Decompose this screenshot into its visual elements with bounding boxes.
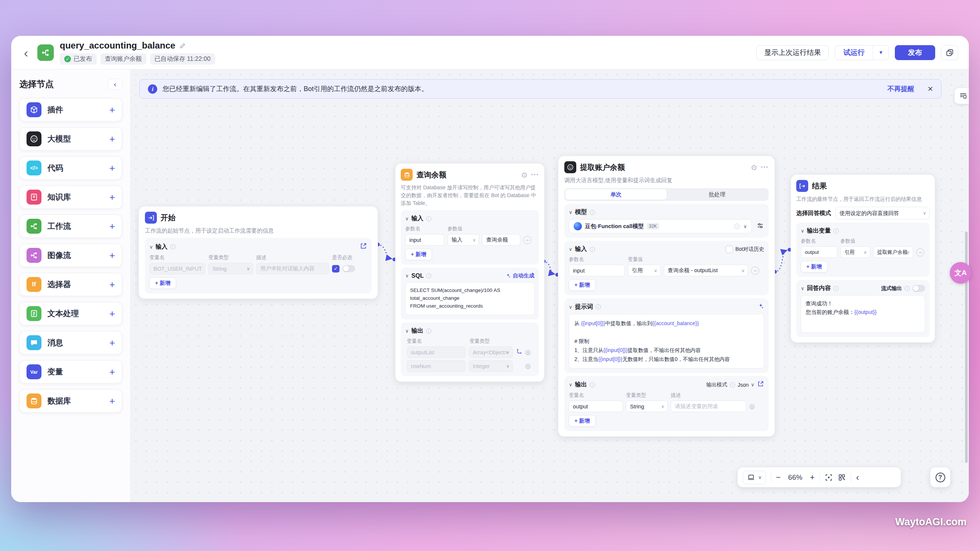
add-imageflow-icon[interactable]: +	[110, 250, 115, 261]
output-settings-icon[interactable]: ◎	[525, 348, 531, 356]
sidebar-item-plugin[interactable]: 插件+	[19, 98, 122, 121]
reply-content-editor[interactable]: 查询成功！ 您当前的账户余额：{{output}}	[801, 295, 925, 333]
sql-editor[interactable]: SELECT SUM(account_change)/100 AS total_…	[405, 282, 535, 315]
collapse-section-icon[interactable]: ∨	[405, 273, 409, 278]
sidebar-item-text[interactable]: 文本处理+	[19, 302, 122, 325]
run-node-icon[interactable]: ⊙	[751, 163, 757, 172]
add-param-button[interactable]: + 新增	[569, 279, 596, 291]
add-code-icon[interactable]: +	[110, 162, 115, 174]
output-name-field[interactable]: outputList	[407, 346, 466, 358]
node-query-balance[interactable]: 查询余额 ⊙ ··· 可支持对 Database 放开读写控制，用户可读写其他用…	[395, 163, 544, 382]
test-run-split-button[interactable]: 试运行 ▼	[835, 45, 889, 60]
fit-view-icon[interactable]	[825, 473, 833, 481]
remove-param-icon[interactable]: −	[523, 236, 531, 244]
collapse-section-icon[interactable]: ∨	[801, 286, 805, 291]
workflow-canvas[interactable]: i 您已经重新编辑了工作流。在其重新发布之前，Bot引用的工作流仍然是之前发布的…	[131, 70, 969, 502]
remove-param-icon[interactable]: −	[916, 248, 924, 256]
add-child-field-icon[interactable]	[516, 348, 522, 356]
test-run-button[interactable]: 试运行	[835, 46, 873, 60]
output-type-select[interactable]: String	[626, 400, 668, 412]
collapse-section-icon[interactable]: ∨	[569, 382, 573, 387]
show-last-run-button[interactable]: 显示上次运行结果	[756, 45, 829, 60]
collapse-section-icon[interactable]: ∨	[569, 246, 573, 252]
collapse-section-icon[interactable]: ∨	[150, 244, 153, 250]
param-mode-select[interactable]: 输入	[447, 234, 479, 246]
banner-close-icon[interactable]: ×	[928, 84, 933, 93]
add-param-button[interactable]: + 新增	[801, 261, 827, 273]
more-menu-icon[interactable]: ···	[761, 164, 768, 171]
add-database-icon[interactable]: +	[110, 395, 115, 407]
collapse-section-icon[interactable]: ∨	[801, 228, 805, 234]
collapse-section-icon[interactable]: ∨	[405, 328, 409, 334]
collapse-section-icon[interactable]: ∨	[569, 210, 573, 215]
param-mode-select[interactable]: 引用	[840, 246, 870, 258]
minimap-icon[interactable]	[838, 473, 846, 481]
param-name-field[interactable]: output	[801, 246, 837, 258]
bot-history-checkbox[interactable]	[725, 246, 733, 253]
add-output-button[interactable]: + 新增	[569, 415, 596, 427]
output-settings-icon[interactable]: ◎	[525, 362, 531, 370]
add-variable-button[interactable]: + 新增	[150, 277, 176, 289]
bot-history-option[interactable]: Bot对话历史	[725, 246, 764, 253]
add-plugin-icon[interactable]: +	[110, 104, 115, 116]
zoom-in-button[interactable]: +	[810, 473, 815, 482]
device-view-select[interactable]: ∨	[743, 471, 766, 484]
add-knowledge-icon[interactable]: +	[110, 192, 115, 203]
output-mode-select[interactable]: Json∨	[738, 382, 754, 388]
add-workflow-icon[interactable]: +	[110, 221, 115, 232]
add-selector-icon[interactable]: +	[110, 279, 115, 291]
sidebar-item-imageflow[interactable]: 图像流+	[19, 244, 122, 267]
required-toggle[interactable]	[342, 265, 355, 272]
collapse-section-icon[interactable]: ∨	[569, 304, 573, 310]
output-type-select[interactable]: Integer	[469, 360, 513, 372]
auto-generate-button[interactable]: 自动生成	[505, 272, 535, 279]
variable-name-field[interactable]: BOT_USER_INPUT	[150, 263, 205, 275]
sidebar-item-knowledge[interactable]: 知识库+	[19, 186, 122, 209]
answer-mode-select[interactable]: 使用设定的内容直接回答	[835, 207, 929, 219]
sidebar-item-database[interactable]: 数据库+	[19, 389, 122, 413]
model-select[interactable]: 豆包·Function call模型 32K i ∨	[569, 219, 752, 233]
add-param-button[interactable]: + 新增	[405, 249, 432, 260]
sidebar-item-message[interactable]: 消息+	[19, 331, 122, 354]
import-params-icon[interactable]	[360, 242, 367, 251]
zoom-level[interactable]: 66%	[786, 473, 805, 481]
node-start[interactable]: 开始 工作流的起始节点，用于设定启动工作流需要的信息 ∨ 输入 i 变量名 变量…	[138, 206, 378, 299]
variable-type-select[interactable]: String	[208, 263, 253, 275]
output-name-field[interactable]: rowNum	[407, 360, 466, 372]
output-name-field[interactable]: output	[569, 400, 623, 412]
help-button[interactable]: ?	[930, 467, 950, 487]
required-checkbox[interactable]: ✓	[332, 265, 339, 273]
sidebar-item-workflow[interactable]: 工作流+	[19, 214, 122, 238]
translate-tab[interactable]: 文A	[950, 262, 971, 284]
publish-button[interactable]: 发布	[895, 45, 935, 60]
sidebar-collapse-button[interactable]: ‹	[108, 79, 122, 90]
zoom-out-button[interactable]: −	[776, 473, 781, 482]
sidebar-item-variable[interactable]: Var 变量+	[19, 360, 122, 383]
output-type-select[interactable]: Array<Object>	[469, 346, 513, 358]
sidebar-item-llm[interactable]: 大模型+	[19, 127, 122, 151]
back-icon[interactable]: ‹	[24, 46, 37, 59]
sidebar-item-code[interactable]: </> 代码+	[19, 156, 122, 179]
node-extract-balance[interactable]: 提取账户余额 ⊙ ··· 调用大语言模型,使用变量和提示词生成回复 单次 批处理…	[558, 156, 775, 437]
add-variable-icon[interactable]: +	[110, 366, 115, 378]
add-message-icon[interactable]: +	[110, 337, 115, 349]
test-run-dropdown[interactable]: ▼	[873, 46, 888, 60]
variable-desc-field[interactable]: 用户本轮对话输入内容	[256, 263, 329, 275]
param-name-field[interactable]: input	[405, 234, 444, 246]
collapse-toolbar-icon[interactable]: ‹	[856, 472, 859, 483]
param-value-field[interactable]: 查询余额	[482, 234, 520, 246]
add-text-icon[interactable]: +	[110, 308, 115, 319]
tab-single[interactable]: 单次	[565, 189, 667, 200]
param-ref-select[interactable]: 提取账户余额	[873, 246, 913, 258]
more-menu-icon[interactable]: ···	[531, 171, 539, 179]
output-desc-field[interactable]: 请描述变量的用途	[671, 400, 746, 412]
sidebar-item-selector[interactable]: If 选择器+	[19, 273, 122, 296]
model-settings-icon[interactable]	[756, 222, 764, 231]
node-result[interactable]: 结果 工作流的最终节点，用于返回工作流运行后的结果信息 选择回答模式 使用设定的…	[791, 174, 935, 343]
edit-title-icon[interactable]	[179, 42, 186, 49]
add-llm-icon[interactable]: +	[110, 133, 115, 145]
run-node-icon[interactable]: ⊙	[521, 171, 527, 179]
remove-param-icon[interactable]: −	[751, 267, 759, 275]
output-settings-icon[interactable]: ◎	[749, 402, 755, 410]
param-mode-select[interactable]: 引用	[628, 265, 661, 276]
